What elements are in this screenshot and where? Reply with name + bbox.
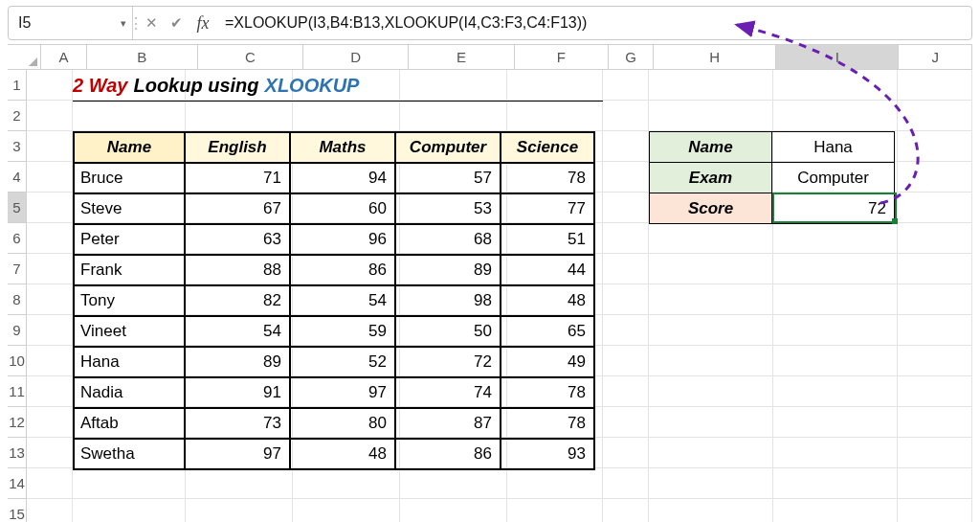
cell-computer[interactable]: 89 xyxy=(395,255,501,285)
row-header-5[interactable]: 5 xyxy=(8,193,27,223)
column-header-J[interactable]: J xyxy=(899,45,972,70)
cell-G15[interactable] xyxy=(603,499,649,522)
cell-J6[interactable] xyxy=(898,223,972,254)
cell-J3[interactable] xyxy=(898,131,972,162)
cell-science[interactable]: 78 xyxy=(501,163,594,193)
column-header-I[interactable]: I xyxy=(776,45,899,70)
cell-H6[interactable] xyxy=(649,223,773,254)
cell-maths[interactable]: 54 xyxy=(290,285,395,316)
row-header-11[interactable]: 11 xyxy=(8,376,27,407)
cell-A10[interactable] xyxy=(27,346,73,376)
cell-name[interactable]: Aftab xyxy=(74,408,185,439)
cancel-icon[interactable]: ✕ xyxy=(139,7,164,39)
cell-J7[interactable] xyxy=(898,254,972,284)
fx-icon[interactable]: fx xyxy=(189,13,217,34)
column-header-G[interactable]: G xyxy=(609,45,654,70)
cell-name[interactable]: Hana xyxy=(74,347,185,377)
cell-A11[interactable] xyxy=(27,376,73,407)
cell-E1[interactable] xyxy=(400,70,507,101)
row-header-14[interactable]: 14 xyxy=(8,468,27,499)
cell-G7[interactable] xyxy=(603,254,649,284)
column-header-E[interactable]: E xyxy=(409,45,514,70)
cell-E2[interactable] xyxy=(400,101,507,131)
cell-english[interactable]: 82 xyxy=(185,285,290,316)
cell-A12[interactable] xyxy=(27,407,73,438)
cell-J11[interactable] xyxy=(898,376,972,407)
cell-H13[interactable] xyxy=(649,438,773,468)
cell-J8[interactable] xyxy=(898,284,972,315)
row-header-12[interactable]: 12 xyxy=(8,407,27,438)
cell-C2[interactable] xyxy=(186,101,293,131)
cell-I9[interactable] xyxy=(773,315,898,346)
lookup-label-name[interactable]: Name xyxy=(650,132,772,163)
cell-G3[interactable] xyxy=(603,131,649,162)
cell-computer[interactable]: 57 xyxy=(395,163,501,193)
cell-H15[interactable] xyxy=(649,499,773,522)
table-row[interactable]: Steve67605377 xyxy=(74,193,594,224)
cell-A15[interactable] xyxy=(27,499,73,522)
header-english[interactable]: English xyxy=(185,132,290,163)
cell-H12[interactable] xyxy=(649,407,773,438)
cell-J13[interactable] xyxy=(898,438,972,468)
cell-science[interactable]: 44 xyxy=(501,255,594,285)
cell-H7[interactable] xyxy=(649,254,773,284)
cell-G6[interactable] xyxy=(603,223,649,254)
cell-english[interactable]: 67 xyxy=(185,193,290,224)
cell-computer[interactable]: 68 xyxy=(395,224,501,255)
cell-I11[interactable] xyxy=(773,376,898,407)
row-header-8[interactable]: 8 xyxy=(8,284,27,315)
table-row[interactable]: Peter63966851 xyxy=(74,224,594,255)
cell-I2[interactable] xyxy=(773,101,898,131)
table-row[interactable]: Bruce71945778 xyxy=(74,163,594,193)
cell-J5[interactable] xyxy=(898,193,972,223)
cell-computer[interactable]: 53 xyxy=(395,193,501,224)
row-header-9[interactable]: 9 xyxy=(8,315,27,346)
cell-J15[interactable] xyxy=(898,499,972,522)
cell-english[interactable]: 73 xyxy=(185,408,290,439)
table-row[interactable]: Tony82549848 xyxy=(74,285,594,316)
cell-science[interactable]: 51 xyxy=(501,224,594,255)
cell-I7[interactable] xyxy=(773,254,898,284)
cell-A14[interactable] xyxy=(27,468,73,499)
cell-science[interactable]: 78 xyxy=(501,408,594,439)
cell-A8[interactable] xyxy=(27,284,73,315)
row-header-15[interactable]: 15 xyxy=(8,499,27,522)
cell-H10[interactable] xyxy=(649,346,773,376)
cell-name[interactable]: Nadia xyxy=(74,377,185,408)
lookup-box[interactable]: Name Hana Exam Computer Score 72 xyxy=(649,131,895,224)
cell-I10[interactable] xyxy=(773,346,898,376)
header-science[interactable]: Science xyxy=(501,132,594,163)
cell-english[interactable]: 63 xyxy=(185,224,290,255)
cell-maths[interactable]: 97 xyxy=(290,377,395,408)
cell-A13[interactable] xyxy=(27,438,73,468)
cells-area[interactable]: 2 Way Lookup using XLOOKUP Name English … xyxy=(27,70,972,522)
cell-name[interactable]: Swetha xyxy=(74,439,185,469)
cell-english[interactable]: 91 xyxy=(185,377,290,408)
name-box[interactable]: I5 ▾ xyxy=(9,7,133,39)
cell-name[interactable]: Vineet xyxy=(74,316,185,347)
cell-J4[interactable] xyxy=(898,162,972,193)
cell-A6[interactable] xyxy=(27,223,73,254)
cell-E15[interactable] xyxy=(400,499,507,522)
cell-maths[interactable]: 96 xyxy=(290,224,395,255)
cell-computer[interactable]: 98 xyxy=(395,285,501,316)
cell-english[interactable]: 71 xyxy=(185,163,290,193)
lookup-value-name[interactable]: Hana xyxy=(772,132,895,163)
row-header-6[interactable]: 6 xyxy=(8,223,27,254)
cell-name[interactable]: Bruce xyxy=(74,163,185,193)
cell-computer[interactable]: 74 xyxy=(395,377,501,408)
cell-J10[interactable] xyxy=(898,346,972,376)
table-row[interactable]: Vineet54595065 xyxy=(74,316,594,347)
cell-G2[interactable] xyxy=(603,101,649,131)
cell-name[interactable]: Tony xyxy=(74,285,185,316)
cell-name[interactable]: Frank xyxy=(74,255,185,285)
row-header-1[interactable]: 1 xyxy=(8,70,27,101)
cell-H1[interactable] xyxy=(649,70,773,101)
table-row[interactable]: Hana89527249 xyxy=(74,347,594,377)
cell-A4[interactable] xyxy=(27,162,73,193)
cell-F15[interactable] xyxy=(507,499,603,522)
cell-name[interactable]: Peter xyxy=(74,224,185,255)
cell-I12[interactable] xyxy=(773,407,898,438)
cell-B2[interactable] xyxy=(73,101,186,131)
cell-science[interactable]: 93 xyxy=(501,439,594,469)
